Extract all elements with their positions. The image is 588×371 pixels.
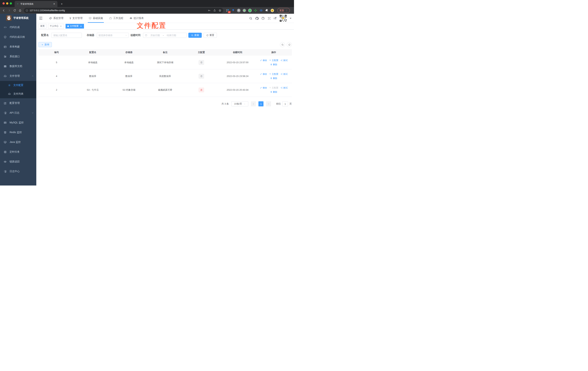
browser-menu-icon[interactable]: ⋮ (285, 9, 288, 12)
font-size-icon[interactable]: TT (273, 17, 277, 20)
tab-close-icon[interactable]: ✕ (53, 2, 56, 5)
svg-text:Y: Y (249, 10, 251, 11)
close-icon[interactable]: ✕ (60, 25, 62, 27)
browser-chrome: 芋道管理系统 ✕ + 127.0.0.1:1024/infra/file/fil… (0, 0, 294, 14)
sidebar-item-java-monitor[interactable]: Java 监控 (0, 137, 36, 147)
test-button[interactable]: 测试 (281, 86, 287, 89)
sidebar-item-config-manage[interactable]: 配置管理 (0, 98, 36, 108)
tag-file-config[interactable]: 文件配置 ✕ (65, 24, 84, 29)
sidebar-item-redis-monitor[interactable]: Redis 监控 (0, 127, 36, 137)
user-avatar-qr[interactable] (279, 14, 287, 22)
test-button[interactable]: 测试 (281, 73, 287, 76)
extensions-puzzle-icon[interactable] (265, 9, 269, 12)
user-menu-caret-icon[interactable] (290, 18, 292, 20)
address-bar[interactable]: 127.0.0.1:1024/infra/file/file-config (24, 8, 223, 13)
sidebar-item-api-log[interactable]: API 日志 (0, 108, 36, 118)
sidebar-logo[interactable]: 芋道管理系统 (0, 14, 36, 22)
zoom-window-button[interactable] (10, 2, 12, 4)
master-tag: 否 (199, 74, 204, 79)
extension-command-icon[interactable]: ⌘ (237, 9, 241, 12)
edit-button[interactable]: 修改 (260, 73, 267, 76)
github-icon[interactable] (255, 17, 259, 20)
sidebar-item-system-api[interactable]: 系统接口 (0, 52, 36, 61)
fullscreen-icon[interactable] (267, 17, 271, 20)
sidebar-item-log-center[interactable]: 日志中心 (0, 167, 36, 176)
prev-page-button[interactable] (251, 101, 256, 106)
sidebar-item-trace[interactable]: 链路追踪 (0, 157, 36, 167)
search-icon[interactable] (249, 17, 252, 20)
app-title: 芋道管理系统 (13, 16, 29, 20)
goto-page-input[interactable] (282, 101, 288, 106)
sidebar-item-form-build[interactable]: 表单构建 (0, 42, 36, 52)
tag-home[interactable]: 首页 (39, 24, 46, 29)
sidebar-item-mysql-monitor[interactable]: MySQL 监控 (0, 118, 36, 127)
date-range-picker[interactable]: - (143, 33, 187, 38)
date-end-input[interactable] (165, 34, 178, 37)
test-button[interactable]: 测试 (281, 59, 287, 62)
file-manage-submenu: 文件配置 文件列表 (0, 81, 36, 98)
sidebar-item-file-config[interactable]: 文件配置 (0, 81, 36, 90)
browser-update-button[interactable]: 更新 ⋮ (277, 8, 290, 13)
storage-select[interactable] (97, 33, 129, 38)
top-menu-report[interactable]: 统计报表 (126, 14, 147, 23)
date-start-input[interactable] (148, 34, 162, 37)
top-menu-infra[interactable]: 基础设施 (86, 14, 106, 23)
storage-select-input[interactable] (98, 34, 125, 37)
home-icon[interactable] (18, 8, 22, 13)
tag-profile[interactable]: 个人中心 ✕ (48, 24, 64, 29)
bookmark-star-icon[interactable] (219, 9, 221, 12)
master-button[interactable]: 主配置 (269, 73, 278, 76)
next-page-button[interactable] (266, 101, 271, 106)
minimize-window-button[interactable] (6, 2, 8, 4)
close-icon[interactable]: ✕ (80, 25, 82, 27)
site-info-icon[interactable] (26, 9, 28, 12)
extension-balloon-icon[interactable] (231, 9, 235, 12)
sidebar-collapse-icon[interactable] (39, 16, 43, 20)
top-menu-workflow[interactable]: 工作流程 (106, 14, 126, 23)
extension-eye-icon[interactable] (259, 9, 263, 12)
filter-date-label: 创建时间 (130, 34, 140, 37)
sidebar-item-code-gen[interactable]: 代码生成 (0, 22, 36, 32)
share-icon[interactable] (213, 9, 216, 12)
update-label: 更新 (279, 9, 284, 12)
extension-gray-dot-icon[interactable] (242, 9, 246, 12)
delete-button[interactable]: 删除 (270, 77, 277, 80)
sidebar-item-file-list[interactable]: 文件列表 (0, 90, 36, 98)
share-nodes-icon (281, 87, 283, 89)
search-button[interactable]: 搜索 (188, 33, 202, 38)
edit-button[interactable]: 修改 (260, 86, 267, 89)
sidebar-item-file-manage[interactable]: 文件管理 (0, 71, 36, 81)
forward-icon[interactable] (7, 8, 11, 13)
help-icon[interactable] (261, 17, 265, 20)
new-tab-button[interactable]: + (60, 2, 64, 6)
close-window-button[interactable] (2, 2, 5, 4)
top-menu-pay[interactable]: ¥ 支付管理 (66, 14, 86, 23)
browser-tab[interactable]: 芋道管理系统 ✕ (15, 1, 57, 7)
edit-button[interactable]: 修改 (260, 59, 267, 62)
top-menu-system[interactable]: 系统管理 (46, 14, 66, 23)
extension-tabs-icon[interactable]: 11 (226, 9, 229, 12)
page-number-1[interactable]: 1 (258, 101, 263, 106)
pagination: 共 3 条 10条/页 1 前往 页 (39, 101, 292, 106)
add-button[interactable]: 新增 (39, 42, 52, 47)
edit-icon (4, 102, 7, 105)
sidebar-item-db-doc[interactable]: 数据库文档 (0, 61, 36, 71)
extension-star-icon[interactable] (254, 9, 257, 12)
delete-button[interactable]: 删除 (270, 91, 277, 94)
refresh-table-button[interactable] (287, 42, 292, 47)
password-key-icon[interactable] (208, 9, 211, 12)
extension-y-icon[interactable]: Y (248, 9, 252, 12)
reload-icon[interactable] (12, 8, 17, 13)
sidebar-item-cron-job[interactable]: 定时任务 (0, 147, 36, 157)
sidebar-item-code-demo[interactable]: 代码生成示例 (0, 32, 36, 42)
page-size-select[interactable]: 10条/页 (231, 101, 248, 106)
show-search-button[interactable] (280, 42, 285, 47)
master-button-disabled: 主配置 (269, 86, 278, 89)
back-icon[interactable] (1, 8, 6, 13)
master-button[interactable]: 主配置 (269, 59, 278, 62)
reset-button[interactable]: 重置 (203, 33, 217, 38)
form-icon (4, 45, 7, 48)
config-name-input[interactable] (51, 33, 82, 38)
profile-emoji-avatar[interactable] (271, 9, 274, 12)
delete-button[interactable]: 删除 (270, 63, 277, 66)
